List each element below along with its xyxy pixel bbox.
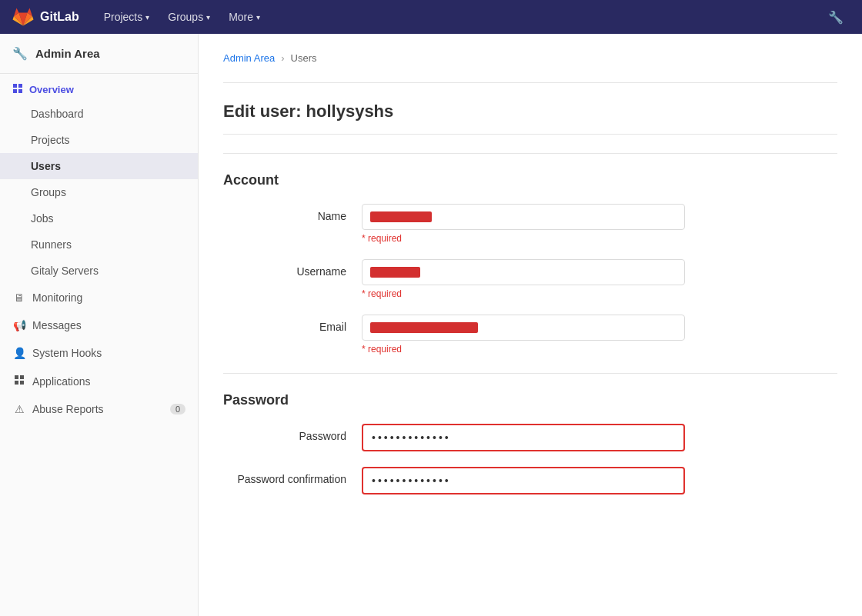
breadcrumb-users: Users xyxy=(291,52,317,64)
applications-icon xyxy=(12,375,26,388)
account-password-divider xyxy=(223,373,837,374)
sidebar-item-applications[interactable]: Applications xyxy=(0,367,198,395)
name-required-star: * required xyxy=(362,233,402,244)
svg-rect-1 xyxy=(18,84,22,88)
password-confirm-label: Password confirmation xyxy=(223,467,362,485)
breadcrumb-separator: › xyxy=(281,52,284,64)
svg-rect-7 xyxy=(20,381,24,385)
monitoring-icon: 🖥 xyxy=(12,291,26,304)
password-confirm-form-group: Password confirmation xyxy=(223,467,837,494)
main-content: Admin Area › Users Edit user: hollysyshs… xyxy=(199,34,862,616)
svg-rect-2 xyxy=(13,89,17,93)
password-label: Password xyxy=(223,424,362,442)
password-input[interactable] xyxy=(364,426,683,449)
breadcrumb-divider xyxy=(223,82,837,83)
gitlab-logo[interactable]: GitLab xyxy=(12,6,79,28)
username-label: Username xyxy=(223,259,362,278)
nav-more[interactable]: More ▾ xyxy=(222,8,266,26)
sidebar-item-messages[interactable]: 📢 Messages xyxy=(0,311,198,339)
nav-projects[interactable]: Projects ▾ xyxy=(98,8,156,26)
svg-rect-6 xyxy=(15,381,18,385)
system-hooks-icon: 👤 xyxy=(12,347,26,359)
password-form-group: Password xyxy=(223,424,837,451)
email-required: * required xyxy=(362,344,685,355)
sidebar-item-jobs[interactable]: Jobs xyxy=(0,205,198,231)
sidebar-item-projects[interactable]: Projects xyxy=(0,127,198,153)
breadcrumb: Admin Area › Users xyxy=(223,52,837,64)
messages-icon: 📢 xyxy=(12,319,26,331)
name-redacted xyxy=(370,211,432,222)
sidebar: 🔧 Admin Area Overview Dashboard Projects… xyxy=(0,34,199,616)
sidebar-item-monitoring[interactable]: 🖥 Monitoring xyxy=(0,284,198,311)
admin-wrench-icon[interactable]: 🔧 xyxy=(822,7,850,28)
name-label: Name xyxy=(223,204,362,222)
more-chevron-icon: ▾ xyxy=(256,13,260,22)
name-field-wrap: * required xyxy=(362,204,685,244)
app-layout: 🔧 Admin Area Overview Dashboard Projects… xyxy=(0,34,862,616)
email-form-group: Email * required xyxy=(223,315,837,355)
username-redacted xyxy=(370,267,420,278)
gitlab-fox-icon xyxy=(12,6,34,28)
nav-groups[interactable]: Groups ▾ xyxy=(162,8,216,26)
sidebar-item-runners[interactable]: Runners xyxy=(0,231,198,258)
svg-rect-0 xyxy=(13,84,17,88)
sidebar-item-dashboard[interactable]: Dashboard xyxy=(0,101,198,127)
password-highlight-border xyxy=(362,424,685,451)
account-section-title: Account xyxy=(223,172,837,188)
abuse-reports-badge: 0 xyxy=(170,404,185,415)
page-title: Edit user: hollysyshs xyxy=(223,102,837,135)
name-required: * required xyxy=(362,233,685,244)
groups-chevron-icon: ▾ xyxy=(206,13,210,22)
admin-area-icon: 🔧 xyxy=(12,46,28,61)
name-input[interactable] xyxy=(362,204,685,230)
password-confirm-highlight-border xyxy=(362,467,685,494)
title-divider xyxy=(223,153,837,154)
email-field-wrap: * required xyxy=(362,315,685,355)
projects-chevron-icon: ▾ xyxy=(145,13,149,22)
sidebar-item-groups[interactable]: Groups xyxy=(0,179,198,205)
password-section-title: Password xyxy=(223,392,837,408)
sidebar-item-users[interactable]: Users xyxy=(0,153,198,179)
username-input[interactable] xyxy=(362,259,685,285)
svg-rect-3 xyxy=(18,89,22,93)
breadcrumb-admin-area[interactable]: Admin Area xyxy=(223,52,275,64)
username-required: * required xyxy=(362,288,685,299)
email-redacted xyxy=(370,322,478,333)
email-label: Email xyxy=(223,315,362,333)
password-field-wrap xyxy=(362,424,685,451)
abuse-reports-icon: ⚠ xyxy=(12,403,26,415)
svg-rect-4 xyxy=(15,375,18,379)
svg-rect-5 xyxy=(20,375,24,379)
sidebar-item-abuse-reports[interactable]: ⚠ Abuse Reports 0 xyxy=(0,395,198,423)
sidebar-section-overview[interactable]: Overview xyxy=(0,74,198,101)
sidebar-item-system-hooks[interactable]: 👤 System Hooks xyxy=(0,339,198,367)
password-confirm-field-wrap xyxy=(362,467,685,494)
email-required-star: * required xyxy=(362,344,402,355)
email-input[interactable] xyxy=(362,315,685,341)
password-confirm-input[interactable] xyxy=(364,469,683,492)
username-form-group: Username * required xyxy=(223,259,837,299)
name-form-group: Name * required xyxy=(223,204,837,244)
sidebar-header: 🔧 Admin Area xyxy=(0,34,198,74)
username-field-wrap: * required xyxy=(362,259,685,299)
sidebar-item-gitaly-servers[interactable]: Gitaly Servers xyxy=(0,258,198,284)
top-navigation: GitLab Projects ▾ Groups ▾ More ▾ 🔧 xyxy=(0,0,862,34)
overview-grid-icon xyxy=(12,83,23,96)
username-required-star: * required xyxy=(362,288,402,299)
